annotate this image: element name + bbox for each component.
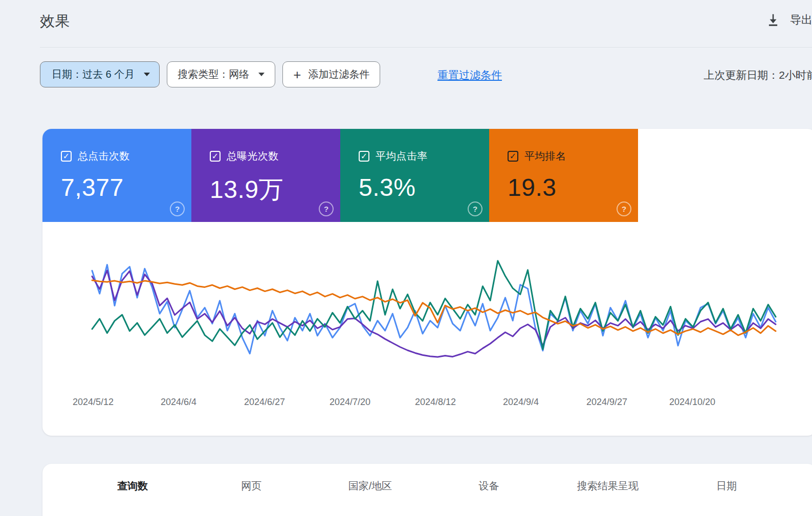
help-icon[interactable]: ? bbox=[170, 201, 185, 216]
metric-card-impressions[interactable]: ✓ 总曝光次数 13.9万 ? bbox=[191, 129, 340, 222]
ctr-checkbox[interactable]: ✓ bbox=[359, 151, 369, 162]
chevron-down-icon bbox=[258, 73, 265, 76]
page-title: 效果 bbox=[40, 11, 70, 32]
add-filter-chip[interactable]: + 添加过滤条件 bbox=[282, 61, 380, 87]
download-icon-glyph bbox=[765, 12, 781, 28]
ctr-label: 平均点击率 bbox=[376, 149, 428, 163]
download-icon[interactable] bbox=[765, 12, 781, 28]
add-filter-label: 添加过滤条件 bbox=[308, 68, 369, 81]
help-icon[interactable]: ? bbox=[468, 201, 482, 216]
date-filter-chip[interactable]: 日期：过去 6 个月 bbox=[40, 61, 160, 87]
tab-search-appearance[interactable]: 搜索结果呈现 bbox=[548, 479, 667, 501]
date-filter-label: 日期：过去 6 个月 bbox=[52, 68, 135, 81]
tab-devices[interactable]: 设备 bbox=[430, 479, 548, 501]
reset-filters-link[interactable]: 重置过滤条件 bbox=[437, 68, 502, 82]
position-checkbox[interactable]: ✓ bbox=[508, 151, 518, 162]
chevron-down-icon bbox=[144, 73, 150, 76]
help-icon[interactable]: ? bbox=[319, 201, 334, 216]
last-updated-text: 上次更新日期：2小时前 bbox=[704, 68, 812, 82]
tab-queries[interactable]: 查询数 bbox=[73, 479, 192, 501]
metric-cards-row: ✓ 总点击次数 7,377 ? ✓ 总曝光次数 13.9万 ? ✓ 平均点击率 … bbox=[42, 129, 638, 222]
performance-panel: ✓ 总点击次数 7,377 ? ✓ 总曝光次数 13.9万 ? ✓ 平均点击率 … bbox=[42, 129, 812, 436]
clicks-value: 7,377 bbox=[61, 173, 191, 201]
filter-bar: 日期：过去 6 个月 搜索类型：网络 + 添加过滤条件 bbox=[40, 61, 380, 87]
position-value: 19.3 bbox=[508, 173, 638, 201]
ctr-value: 5.3% bbox=[359, 173, 489, 201]
export-button[interactable]: 导出 bbox=[790, 12, 812, 28]
impressions-label: 总曝光次数 bbox=[227, 149, 279, 163]
search-type-filter-chip[interactable]: 搜索类型：网络 bbox=[167, 61, 275, 87]
dimensions-card: 查询数 网页 国家/地区 设备 搜索结果呈现 日期 bbox=[42, 464, 812, 516]
search-type-label: 搜索类型：网络 bbox=[178, 68, 249, 81]
header-divider bbox=[40, 47, 812, 48]
chart-line-ctr bbox=[92, 261, 776, 349]
clicks-label: 总点击次数 bbox=[78, 149, 130, 163]
plus-icon: + bbox=[293, 68, 301, 81]
impressions-checkbox[interactable]: ✓ bbox=[210, 151, 221, 162]
tab-countries[interactable]: 国家/地区 bbox=[311, 479, 429, 501]
clicks-checkbox[interactable]: ✓ bbox=[61, 151, 72, 162]
impressions-value: 13.9万 bbox=[210, 173, 340, 206]
tab-dates[interactable]: 日期 bbox=[667, 479, 786, 501]
export-area: 导出 bbox=[765, 12, 812, 28]
metric-card-clicks[interactable]: ✓ 总点击次数 7,377 ? bbox=[42, 129, 191, 222]
help-icon[interactable]: ? bbox=[617, 201, 631, 216]
position-label: 平均排名 bbox=[524, 149, 566, 163]
tab-pages[interactable]: 网页 bbox=[192, 479, 311, 501]
metric-card-position[interactable]: ✓ 平均排名 19.3 ? bbox=[489, 129, 638, 222]
dimension-tabs: 查询数 网页 国家/地区 设备 搜索结果呈现 日期 bbox=[42, 464, 812, 501]
metric-card-ctr[interactable]: ✓ 平均点击率 5.3% ? bbox=[340, 129, 489, 222]
